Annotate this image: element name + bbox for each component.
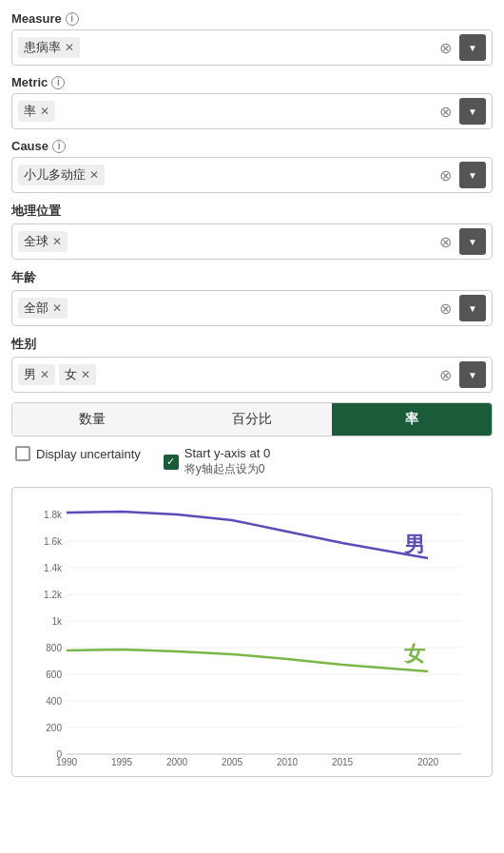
geography-field: 地理位置 全球 ✕ ⊗ ▼ xyxy=(11,203,493,260)
cause-tag-0-close[interactable]: ✕ xyxy=(89,168,99,182)
display-uncertainty-checkbox[interactable] xyxy=(15,446,30,461)
measure-clear-button[interactable]: ⊗ xyxy=(436,39,456,57)
svg-text:女: 女 xyxy=(403,642,426,666)
age-tag-0-close[interactable]: ✕ xyxy=(52,301,62,315)
svg-text:2000: 2000 xyxy=(166,757,188,766)
age-input-row: 全部 ✕ ⊗ ▼ xyxy=(11,290,493,326)
svg-text:1.2k: 1.2k xyxy=(44,590,63,600)
line-chart: 0 200 400 600 800 1k 1.2k 1.4k 1.6k 1.8k… xyxy=(11,487,493,777)
age-label: 年龄 xyxy=(11,269,493,286)
svg-text:1.6k: 1.6k xyxy=(44,536,63,547)
tab-quantity[interactable]: 数量 xyxy=(12,403,172,436)
sex-tag-0: 男 ✕ xyxy=(18,364,55,385)
svg-text:400: 400 xyxy=(46,696,62,707)
svg-text:2020: 2020 xyxy=(417,757,439,766)
measure-label: Measure i xyxy=(11,11,493,26)
cause-info-icon[interactable]: i xyxy=(52,140,66,153)
metric-input-row: 率 ✕ ⊗ ▼ xyxy=(11,93,493,129)
measure-tag-0: 患病率 ✕ xyxy=(18,37,80,58)
geography-label: 地理位置 xyxy=(11,203,493,220)
geography-tag-0-close[interactable]: ✕ xyxy=(52,235,62,248)
sex-tag-0-close[interactable]: ✕ xyxy=(40,368,49,381)
metric-field: Metric i 率 ✕ ⊗ ▼ xyxy=(11,75,493,129)
chart-svg: 0 200 400 600 800 1k 1.2k 1.4k 1.6k 1.8k… xyxy=(20,499,484,766)
metric-tag-0: 率 ✕ xyxy=(18,101,55,122)
metric-info-icon[interactable]: i xyxy=(51,76,65,89)
view-tabs: 数量 百分比 率 xyxy=(11,402,493,436)
display-uncertainty-option: Display uncertainty xyxy=(15,446,141,461)
cause-clear-button[interactable]: ⊗ xyxy=(436,166,456,184)
geography-clear-button[interactable]: ⊗ xyxy=(436,233,456,251)
start-y-label-group: Start y-axis at 0 将y轴起点设为0 xyxy=(184,446,270,477)
sex-field: 性别 男 ✕ 女 ✕ ⊗ ▼ xyxy=(11,336,493,393)
measure-tag-0-close[interactable]: ✕ xyxy=(65,41,74,54)
cause-tags: 小儿多动症 ✕ xyxy=(18,165,436,185)
tab-percent[interactable]: 百分比 xyxy=(172,403,332,436)
age-dropdown-button[interactable]: ▼ xyxy=(459,295,486,321)
age-field: 年龄 全部 ✕ ⊗ ▼ xyxy=(11,269,493,326)
sex-tag-1-close[interactable]: ✕ xyxy=(81,368,90,381)
start-y-checkbox[interactable]: ✓ xyxy=(164,455,179,470)
start-y-sublabel: 将y轴起点设为0 xyxy=(184,461,270,477)
display-uncertainty-label: Display uncertainty xyxy=(36,447,141,461)
cause-field: Cause i 小儿多动症 ✕ ⊗ ▼ xyxy=(11,139,493,193)
sex-dropdown-button[interactable]: ▼ xyxy=(459,361,486,388)
svg-text:800: 800 xyxy=(46,643,62,653)
tab-rate[interactable]: 率 xyxy=(332,403,492,436)
measure-input-row: 患病率 ✕ ⊗ ▼ xyxy=(11,29,493,66)
svg-text:1995: 1995 xyxy=(111,757,133,766)
measure-dropdown-button[interactable]: ▼ xyxy=(459,34,486,61)
cause-dropdown-button[interactable]: ▼ xyxy=(459,162,486,188)
svg-text:男: 男 xyxy=(403,533,425,556)
cause-label: Cause i xyxy=(11,139,493,153)
geography-tags: 全球 ✕ xyxy=(18,231,436,252)
geography-input-row: 全球 ✕ ⊗ ▼ xyxy=(11,223,493,260)
svg-text:1990: 1990 xyxy=(56,757,78,766)
svg-text:600: 600 xyxy=(46,669,62,680)
svg-text:2010: 2010 xyxy=(277,757,299,766)
svg-text:2005: 2005 xyxy=(222,757,243,766)
metric-tags: 率 ✕ xyxy=(18,101,436,122)
metric-clear-button[interactable]: ⊗ xyxy=(436,103,456,121)
svg-text:1.8k: 1.8k xyxy=(44,510,63,520)
measure-info-icon[interactable]: i xyxy=(66,12,79,26)
metric-tag-0-close[interactable]: ✕ xyxy=(40,105,49,118)
sex-input-row: 男 ✕ 女 ✕ ⊗ ▼ xyxy=(11,357,493,393)
sex-label: 性别 xyxy=(11,336,493,353)
start-y-option: ✓ Start y-axis at 0 将y轴起点设为0 xyxy=(164,446,270,477)
geography-tag-0: 全球 ✕ xyxy=(18,231,68,252)
cause-tag-0: 小儿多动症 ✕ xyxy=(18,165,105,185)
svg-text:200: 200 xyxy=(46,723,62,733)
sex-clear-button[interactable]: ⊗ xyxy=(436,366,456,384)
sex-tag-1: 女 ✕ xyxy=(59,364,96,385)
age-tags: 全部 ✕ xyxy=(18,298,436,319)
metric-label: Metric i xyxy=(11,75,493,89)
metric-dropdown-button[interactable]: ▼ xyxy=(459,98,486,125)
chart-options: Display uncertainty ✓ Start y-axis at 0 … xyxy=(11,446,493,477)
measure-field: Measure i 患病率 ✕ ⊗ ▼ xyxy=(11,11,493,66)
cause-input-row: 小儿多动症 ✕ ⊗ ▼ xyxy=(11,157,493,193)
svg-text:1.4k: 1.4k xyxy=(44,563,63,573)
age-clear-button[interactable]: ⊗ xyxy=(436,300,456,318)
start-y-label: Start y-axis at 0 xyxy=(184,446,270,460)
sex-tags: 男 ✕ 女 ✕ xyxy=(18,364,436,385)
svg-text:1k: 1k xyxy=(51,616,63,627)
geography-dropdown-button[interactable]: ▼ xyxy=(459,228,486,255)
measure-tags: 患病率 ✕ xyxy=(18,37,436,58)
age-tag-0: 全部 ✕ xyxy=(18,298,68,319)
svg-text:2015: 2015 xyxy=(332,757,354,766)
